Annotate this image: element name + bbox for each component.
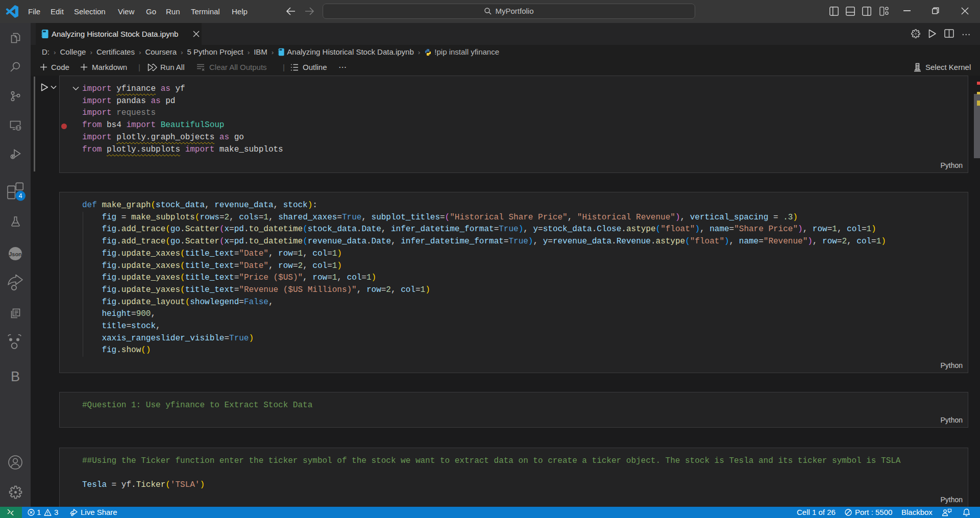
svg-text:B: B	[11, 369, 20, 384]
svg-text:Json: Json	[9, 251, 22, 257]
svg-text:4: 4	[19, 192, 22, 200]
